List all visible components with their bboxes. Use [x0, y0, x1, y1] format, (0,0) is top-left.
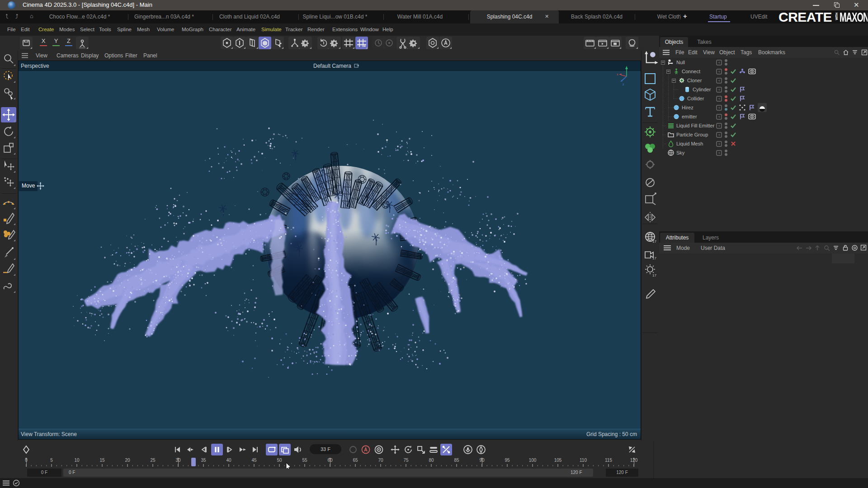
- svg-text:17: 17: [652, 256, 656, 260]
- svg-text:x: x: [617, 73, 618, 76]
- svg-text:17: 17: [652, 239, 656, 244]
- svg-text:17: 17: [652, 273, 656, 277]
- svg-text:z: z: [623, 83, 624, 86]
